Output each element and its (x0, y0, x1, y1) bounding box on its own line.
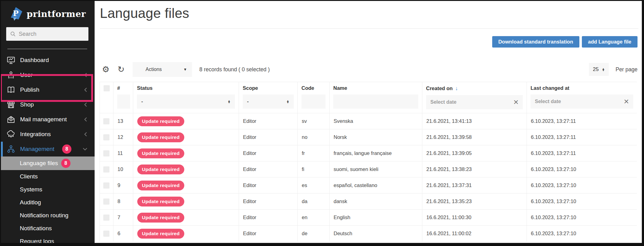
cell-name: dansk (330, 194, 422, 210)
sidebar-item-language-files[interactable]: Language files 8 (0, 156, 95, 170)
row-checkbox[interactable] (103, 231, 109, 237)
refresh-icon[interactable]: ↻ (117, 65, 125, 74)
table-row[interactable]: 6 Update required Editor de Deutsch 16.6… (100, 226, 637, 242)
sidebar-item-integrations[interactable]: Integrations (0, 127, 95, 142)
status-badge: Update required (137, 229, 184, 239)
sidebar-item-dashboard[interactable]: Dashboard (0, 53, 95, 68)
select-all-checkbox[interactable] (104, 85, 110, 91)
cell-code: no (298, 129, 330, 145)
sidebar-item-notification-routing[interactable]: Notification routing (0, 209, 95, 222)
row-checkbox[interactable] (103, 118, 109, 124)
search-input[interactable] (19, 31, 84, 37)
cell-name: Svenska (330, 113, 422, 129)
sort-desc-arrow-icon: ↓ (455, 85, 458, 92)
row-checkbox[interactable] (103, 182, 109, 189)
sidebar-item-systems[interactable]: Systems (0, 183, 95, 196)
status-filter-select[interactable]: - ▲▼ (137, 94, 235, 109)
svg-text:P: P (13, 9, 19, 18)
column-label-code[interactable]: Code (301, 85, 326, 91)
sidebar-item-label: Auditlog (20, 199, 41, 206)
column-label-scope[interactable]: Scope (243, 85, 294, 91)
brand-logo[interactable]: P printformer (0, 0, 95, 23)
sidebar-item-publish[interactable]: Publish (0, 82, 95, 97)
row-checkbox[interactable] (103, 134, 109, 140)
status-badge: Update required (137, 116, 184, 126)
code-filter-input[interactable] (301, 94, 326, 109)
management-count-badge: 8 (62, 144, 71, 154)
chevron-left-icon (83, 102, 88, 107)
sidebar-item-label: Publish (20, 86, 39, 93)
actions-dropdown[interactable]: Actions ▼ (133, 62, 192, 77)
add-language-file-button[interactable]: add Language file (582, 36, 638, 48)
table-row[interactable]: 10 Update required Editor fi suomi, suom… (100, 161, 637, 177)
table-row[interactable]: 7 Update required Editor en English 16.6… (100, 210, 637, 226)
language-files-table: # Status - ▲▼ Scope - ▲▼ (100, 82, 637, 242)
download-standard-translation-button[interactable]: Download standard translation (492, 36, 579, 48)
changed-date-filter[interactable]: Select date × (531, 94, 633, 109)
cell-changed: 6.10.2023, 13:27:11 (527, 113, 637, 129)
row-checkbox[interactable] (103, 198, 109, 205)
sidebar-item-auditlog[interactable]: Auditlog (0, 196, 95, 209)
cell-created: 21.6.2021, 13:35:23 (422, 194, 527, 210)
sidebar-item-label: Dashboard (20, 57, 49, 64)
sidebar-item-clients[interactable]: Clients (0, 170, 95, 183)
cell-created: 21.6.2021, 13:39:05 (422, 145, 527, 161)
sidebar-item-management[interactable]: Management 8 (0, 142, 95, 156)
column-header-code: Code (298, 82, 330, 113)
cell-created: 21.6.2021, 13:37:31 (422, 177, 527, 194)
cell-scope: Editor (239, 226, 298, 242)
sidebar-item-request-logs[interactable]: Request logs (0, 235, 95, 246)
table-row[interactable]: 9 Update required Editor es español, cas… (100, 177, 637, 194)
cell-code: fi (298, 161, 330, 177)
mail-icon (6, 115, 15, 124)
cell-id: 8 (113, 194, 133, 210)
cell-name: español, castellano (330, 177, 422, 194)
cell-id: 6 (113, 226, 133, 242)
row-checkbox[interactable] (103, 166, 109, 173)
sidebar-item-shop[interactable]: Shop (0, 97, 95, 112)
table-row[interactable]: 11 Update required Editor fr français, l… (100, 145, 637, 161)
column-label-id[interactable]: # (117, 85, 129, 91)
scope-filter-select[interactable]: - ▲▼ (243, 94, 294, 109)
sidebar-item-mail-management[interactable]: Mail management (0, 112, 95, 127)
settings-gear-icon[interactable]: ⚙ (102, 65, 109, 74)
cell-scope: Editor (239, 194, 298, 210)
sidebar-item-label: Management (20, 146, 54, 152)
cell-status: Update required (133, 145, 239, 161)
select-all-header (100, 82, 113, 113)
cell-changed: 6.10.2023, 13:27:10 (527, 194, 637, 210)
id-filter-input[interactable] (117, 94, 130, 109)
cell-scope: Editor (239, 177, 298, 194)
sidebar-item-notifications[interactable]: Notifications (0, 222, 95, 235)
per-page-control: 25 ▲▼ Per page (589, 63, 638, 76)
row-checkbox[interactable] (103, 150, 109, 156)
row-checkbox[interactable] (103, 215, 109, 221)
column-label-changed[interactable]: Last changed at (531, 85, 633, 91)
cell-changed: 6.10.2023, 13:27:11 (527, 129, 637, 145)
page-actions: Download standard translation add Langua… (492, 36, 638, 48)
brand-name: printformer (27, 9, 86, 19)
scope-filter-value: - (247, 99, 249, 104)
cell-status: Update required (133, 161, 239, 177)
cell-name: français, langue française (330, 145, 422, 161)
search-icon (10, 31, 16, 37)
chevron-left-icon (83, 117, 88, 122)
per-page-select[interactable]: 25 ▲▼ (589, 63, 609, 76)
cell-created: 16.6.2021, 11:00:30 (422, 210, 527, 226)
clear-date-icon[interactable]: × (514, 98, 518, 106)
clear-date-icon[interactable]: × (624, 97, 629, 106)
table-row[interactable]: 8 Update required Editor da dansk 21.6.2… (100, 194, 637, 210)
sidebar-divider (7, 49, 87, 49)
column-label-created[interactable]: Created on ↓ (426, 85, 523, 92)
sidebar-item-user[interactable]: User (0, 68, 95, 82)
page-title: Language files (100, 6, 189, 21)
cell-status: Update required (133, 177, 239, 194)
cell-id: 13 (113, 113, 133, 129)
table-row[interactable]: 13 Update required Editor sv Svenska 21.… (100, 113, 637, 129)
chevron-left-icon (83, 72, 88, 78)
name-filter-input[interactable] (333, 94, 418, 109)
column-label-name[interactable]: Name (333, 85, 418, 91)
created-date-filter[interactable]: Select date × (426, 95, 523, 109)
column-label-status[interactable]: Status (137, 85, 235, 91)
table-row[interactable]: 12 Update required Editor no Norsk 21.6.… (100, 129, 637, 145)
